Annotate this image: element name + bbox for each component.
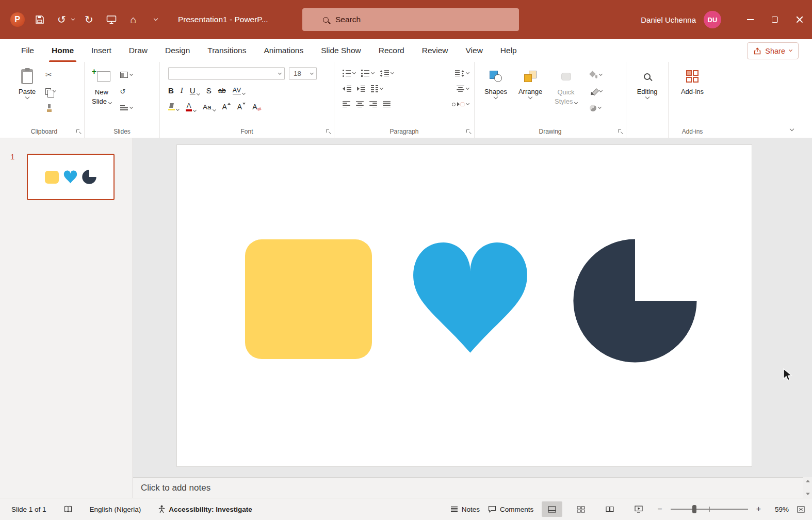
new-slide-button[interactable]: New Slide (92, 62, 111, 124)
columns-button[interactable] (371, 85, 383, 92)
notes-pane[interactable]: Click to add notes (133, 477, 803, 498)
avatar[interactable]: DU (704, 11, 721, 28)
zoom-slider[interactable] (671, 509, 748, 510)
editing-button[interactable]: Editing (629, 62, 665, 124)
zoom-slider-thumb[interactable] (692, 505, 696, 513)
text-highlight-button[interactable] (168, 103, 179, 110)
font-size-combobox[interactable]: 18 (289, 67, 317, 80)
line-spacing-button[interactable] (380, 70, 394, 77)
cut-button[interactable]: ✂ (43, 69, 58, 81)
reading-view-button[interactable] (599, 501, 620, 517)
notes-toggle-button[interactable]: Notes (450, 506, 480, 513)
tab-review[interactable]: Review (413, 39, 457, 62)
underline-button[interactable]: U (190, 86, 200, 95)
accessibility-checker[interactable]: Accessibility: Investigate (158, 505, 252, 513)
shapes-button[interactable]: Shapes (482, 62, 510, 124)
slide-canvas[interactable] (176, 144, 752, 467)
text-direction-button[interactable] (455, 70, 469, 77)
fit-slide-button[interactable] (797, 506, 805, 513)
bold-button[interactable]: B (168, 86, 174, 95)
maximize-button[interactable] (762, 0, 787, 39)
slide-layout-button[interactable] (118, 69, 135, 81)
notes-scrollbar[interactable] (803, 477, 812, 498)
tab-design[interactable]: Design (156, 39, 199, 62)
search-input[interactable]: Search (302, 8, 519, 31)
align-center-button[interactable] (356, 101, 364, 108)
redo-button[interactable]: ↻ (78, 8, 100, 31)
shape-fill-button[interactable] (587, 69, 605, 81)
chevron-down-icon (466, 70, 469, 74)
zoom-out-button[interactable]: − (657, 505, 662, 514)
slide-sorter-view-button[interactable] (571, 501, 591, 517)
increase-font-size-button[interactable]: A (222, 103, 231, 111)
format-painter-button[interactable] (43, 102, 58, 114)
tab-transitions[interactable]: Transitions (199, 39, 255, 62)
save-button[interactable] (28, 8, 51, 31)
powerpoint-logo[interactable]: P (6, 8, 28, 31)
share-button[interactable]: Share (747, 42, 799, 59)
scroll-up-icon[interactable] (806, 480, 810, 482)
tab-draw[interactable]: Draw (120, 39, 156, 62)
user-name[interactable]: Daniel Uchenna (641, 15, 696, 24)
drawing-dialog-launcher[interactable] (618, 129, 623, 134)
paste-button[interactable]: Paste (19, 62, 36, 124)
paragraph-dialog-launcher[interactable] (466, 129, 471, 134)
slide-thumbnail[interactable] (27, 154, 115, 200)
close-button[interactable] (787, 0, 812, 39)
increase-indent-button[interactable] (357, 86, 366, 92)
align-text-button[interactable] (457, 86, 469, 92)
clear-formatting-button[interactable]: A (252, 103, 257, 111)
align-right-button[interactable] (369, 101, 377, 108)
bullets-button[interactable] (343, 70, 355, 77)
reset-slide-button[interactable]: ↺ (118, 85, 135, 98)
spellcheck-button[interactable] (64, 506, 72, 513)
tab-record[interactable]: Record (370, 39, 413, 62)
normal-view-button[interactable] (542, 501, 562, 517)
undo-dropdown[interactable] (68, 8, 78, 31)
minimize-button[interactable] (738, 0, 762, 39)
home-button[interactable]: ⌂ (122, 8, 144, 31)
copy-button[interactable] (43, 85, 58, 98)
strikethrough-ab-button[interactable]: ab (218, 87, 226, 94)
clipboard-dialog-launcher[interactable] (76, 129, 81, 134)
align-left-button[interactable] (343, 101, 350, 108)
language-selector[interactable]: English (Nigeria) (90, 506, 141, 513)
tab-home[interactable]: Home (43, 39, 83, 62)
convert-to-smartart-button[interactable] (452, 102, 469, 106)
section-button[interactable] (118, 102, 135, 114)
rounded-square-shape[interactable] (245, 239, 372, 359)
quick-styles-button[interactable]: Quick Styles (551, 62, 581, 124)
tab-insert[interactable]: Insert (83, 39, 120, 62)
shape-effects-button[interactable] (587, 102, 605, 114)
pie-shape[interactable] (572, 238, 698, 366)
start-slideshow-button[interactable] (100, 8, 122, 31)
addins-button[interactable]: Add-ins (672, 62, 713, 124)
character-spacing-button[interactable]: AV (233, 87, 246, 94)
chevron-down-icon (212, 107, 216, 111)
decrease-indent-button[interactable] (343, 86, 351, 92)
numbering-button[interactable] (361, 70, 374, 77)
font-name-combobox[interactable] (168, 67, 285, 80)
italic-button[interactable]: I (181, 86, 183, 95)
tab-help[interactable]: Help (492, 39, 526, 62)
collapse-ribbon-button[interactable] (790, 123, 793, 133)
font-color-button[interactable]: A (186, 102, 196, 111)
justify-button[interactable] (383, 101, 391, 108)
tab-animations[interactable]: Animations (255, 39, 312, 62)
decrease-font-size-button[interactable]: A (237, 103, 246, 111)
strikethrough-button[interactable]: S (206, 86, 212, 95)
change-case-button[interactable]: Aa (203, 103, 216, 111)
slide-show-view-button[interactable] (628, 501, 649, 517)
font-dialog-launcher[interactable] (326, 129, 331, 134)
zoom-in-button[interactable]: + (756, 505, 761, 514)
shape-outline-button[interactable] (587, 85, 605, 98)
scroll-down-icon[interactable] (806, 493, 810, 495)
tab-view[interactable]: View (457, 39, 492, 62)
tab-slide-show[interactable]: Slide Show (312, 39, 370, 62)
comments-button[interactable]: Comments (488, 506, 533, 513)
zoom-level[interactable]: 59% (769, 506, 789, 513)
tab-file[interactable]: File (12, 39, 43, 62)
heart-shape[interactable] (410, 239, 531, 359)
arrange-button[interactable]: Arrange (516, 62, 545, 124)
customize-qat-button[interactable] (144, 8, 167, 31)
